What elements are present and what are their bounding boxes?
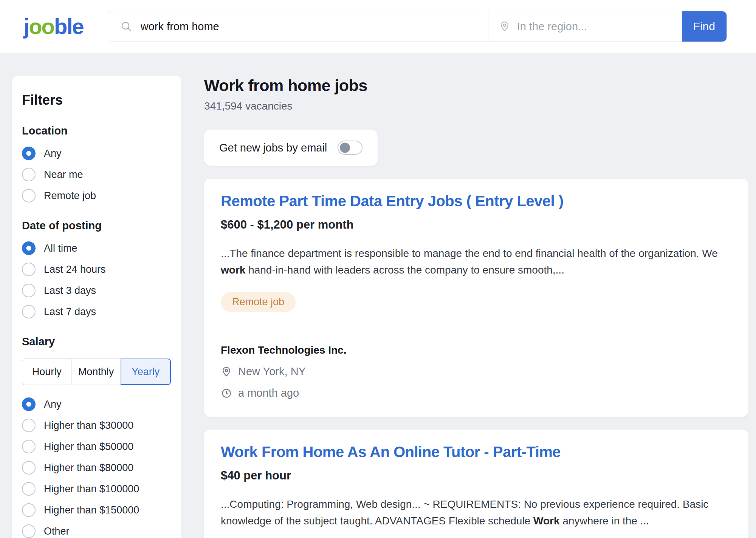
location-heading: Location	[22, 125, 172, 137]
logo-part-oo: oo	[29, 14, 54, 39]
salary-heading: Salary	[22, 335, 172, 348]
radio-icon	[22, 263, 36, 276]
job-description: ...The finance department is responsible…	[221, 245, 727, 278]
radio-icon	[22, 189, 36, 203]
toggle-knob	[340, 143, 350, 153]
radio-date-last-24-hours[interactable]: Last 24 hours	[22, 262, 172, 277]
radio-label: Higher than $80000	[44, 462, 133, 474]
radio-selected-icon	[22, 397, 36, 411]
location-pin-icon	[221, 366, 232, 377]
radio-location-any[interactable]: Any	[22, 146, 172, 161]
radio-label: Near me	[44, 169, 83, 181]
job-salary: $600 - $1,200 per month	[221, 218, 732, 232]
radio-label: Other	[44, 526, 70, 537]
tab-hourly[interactable]: Hourly	[22, 359, 71, 385]
logo-part-ble: ble	[54, 14, 84, 39]
job-location: New York, NY	[238, 365, 306, 378]
radio-label: Higher than $30000	[44, 420, 133, 431]
radio-date-all-time[interactable]: All time	[22, 241, 172, 255]
tab-yearly[interactable]: Yearly	[121, 359, 171, 385]
job-card[interactable]: Work From Home As An Online Tutor - Part…	[204, 430, 748, 538]
radio-label: Last 3 days	[44, 285, 96, 297]
radio-selected-icon	[22, 241, 36, 255]
radio-icon	[22, 482, 36, 496]
radio-salary-100000[interactable]: Higher than $100000	[22, 482, 172, 496]
radio-date-last-3-days[interactable]: Last 3 days	[22, 283, 172, 298]
radio-label: Any	[44, 148, 62, 159]
job-title-link[interactable]: Remote Part Time Data Entry Jobs ( Entry…	[221, 192, 564, 210]
filters-panel: Filters Location Any Near me Remote job …	[12, 76, 181, 538]
region-input[interactable]	[510, 11, 682, 42]
radio-icon	[22, 440, 36, 453]
radio-icon	[22, 419, 36, 432]
date-heading: Date of posting	[22, 220, 172, 232]
email-toggle[interactable]	[338, 141, 363, 155]
logo-part-j: j	[23, 14, 29, 39]
radio-icon	[22, 284, 36, 297]
job-description: ...Computing: Programming, Web design...…	[221, 496, 727, 529]
salary-radio-group: Any Higher than $30000 Higher than $5000…	[22, 397, 172, 538]
radio-label: Any	[44, 399, 62, 410]
page-body: Filters Location Any Near me Remote job …	[0, 53, 756, 538]
radio-icon	[22, 168, 36, 181]
filters-title: Filters	[22, 92, 172, 108]
vacancies-count: 341,594 vacancies	[204, 100, 748, 112]
job-salary: $40 per hour	[221, 469, 732, 482]
radio-icon	[22, 524, 36, 538]
radio-icon	[22, 503, 36, 517]
search-bar: Find	[108, 11, 727, 42]
radio-salary-30000[interactable]: Higher than $30000	[22, 418, 172, 433]
radio-salary-80000[interactable]: Higher than $80000	[22, 461, 172, 475]
job-title-link[interactable]: Work From Home As An Online Tutor - Part…	[221, 443, 561, 461]
radio-date-last-7-days[interactable]: Last 7 days	[22, 305, 172, 319]
radio-salary-other[interactable]: Other	[22, 524, 172, 538]
salary-period-tabs: Hourly Monthly Yearly	[22, 359, 171, 385]
radio-label: Remote job	[44, 190, 96, 202]
job-location-row: New York, NY	[221, 365, 732, 378]
radio-selected-icon	[22, 147, 36, 160]
top-header: jooble Find	[0, 0, 756, 53]
company-block: Flexon Technologies Inc. New York, NY a …	[221, 329, 732, 399]
query-section	[108, 11, 488, 42]
region-section	[488, 11, 682, 42]
location-radio-group: Any Near me Remote job	[22, 146, 172, 203]
radio-label: Higher than $50000	[44, 441, 133, 453]
results-column: Work from home jobs 341,594 vacancies Ge…	[204, 76, 748, 538]
radio-label: All time	[44, 243, 77, 254]
radio-icon	[22, 461, 36, 475]
radio-salary-150000[interactable]: Higher than $150000	[22, 503, 172, 517]
search-input[interactable]	[132, 11, 488, 42]
location-pin-icon	[499, 21, 510, 32]
remote-job-badge: Remote job	[221, 292, 296, 312]
job-posted-time: a month ago	[238, 387, 299, 399]
job-posted-row: a month ago	[221, 387, 732, 399]
search-icon	[120, 20, 132, 32]
radio-icon	[22, 305, 36, 318]
company-name: Flexon Technologies Inc.	[221, 344, 732, 356]
radio-location-near-me[interactable]: Near me	[22, 167, 172, 182]
desc-highlight: Work	[533, 515, 560, 527]
desc-highlight: work	[221, 264, 245, 276]
email-subscription-label: Get new jobs by email	[219, 142, 327, 154]
radio-salary-any[interactable]: Any	[22, 397, 172, 411]
radio-label: Last 7 days	[44, 306, 96, 318]
desc-text: anywhere in the ...	[559, 515, 649, 527]
date-radio-group: All time Last 24 hours Last 3 days Last …	[22, 241, 172, 319]
radio-label: Higher than $150000	[44, 504, 139, 516]
radio-location-remote-job[interactable]: Remote job	[22, 189, 172, 203]
page-title: Work from home jobs	[204, 76, 748, 95]
desc-text: hand-in-hand with leaders across the com…	[245, 264, 564, 276]
radio-label: Higher than $100000	[44, 483, 139, 495]
job-card[interactable]: Remote Part Time Data Entry Jobs ( Entry…	[204, 179, 748, 417]
radio-label: Last 24 hours	[44, 264, 106, 275]
radio-salary-50000[interactable]: Higher than $50000	[22, 439, 172, 454]
desc-text: ...The finance department is responsible…	[221, 247, 718, 259]
email-subscription-pill: Get new jobs by email	[204, 130, 378, 166]
find-button[interactable]: Find	[682, 11, 727, 42]
clock-icon	[221, 388, 232, 399]
tab-monthly[interactable]: Monthly	[71, 359, 121, 385]
jooble-logo[interactable]: jooble	[23, 15, 84, 37]
